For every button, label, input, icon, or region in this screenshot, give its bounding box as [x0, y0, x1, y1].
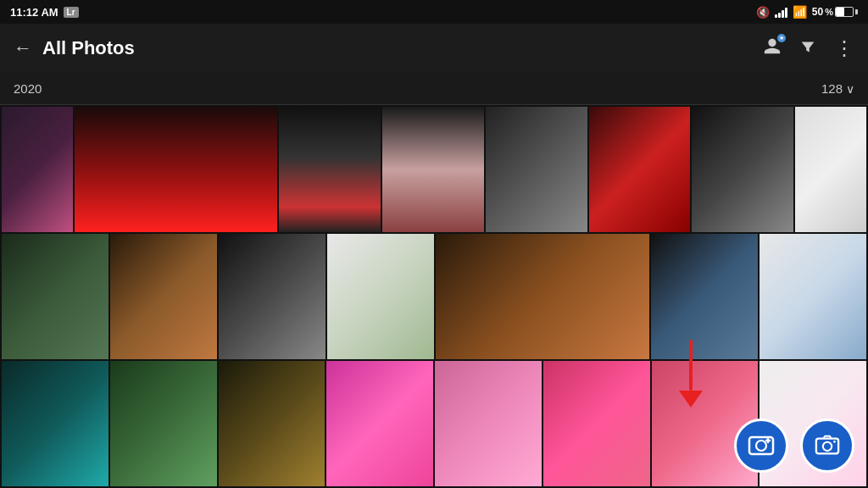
- photo-item[interactable]: [327, 234, 434, 359]
- photo-item[interactable]: [435, 361, 542, 486]
- wifi-icon: 📶: [793, 5, 807, 19]
- add-photo-icon: [748, 432, 775, 459]
- camera-icon: [815, 433, 840, 458]
- photo-item[interactable]: [326, 361, 433, 486]
- mute-icon: 🔇: [756, 6, 770, 19]
- page-title: All Photos: [42, 37, 753, 59]
- photo-item[interactable]: [760, 234, 866, 359]
- photo-item[interactable]: [795, 107, 866, 232]
- camera-button[interactable]: [800, 419, 854, 473]
- filter-button[interactable]: [798, 37, 817, 60]
- photo-item[interactable]: [2, 234, 108, 359]
- battery-percent: 50: [812, 6, 823, 18]
- svg-point-1: [756, 441, 766, 451]
- top-bar: ← All Photos ★ ⋮: [0, 24, 868, 73]
- section-header: 2020 128 ∨: [0, 73, 868, 105]
- grid-row-1: [2, 107, 866, 232]
- photo-item[interactable]: [436, 234, 649, 359]
- photo-item[interactable]: [219, 361, 326, 486]
- photo-item[interactable]: [692, 107, 793, 232]
- fab-container: [734, 419, 854, 473]
- top-actions: ★ ⋮: [763, 36, 854, 60]
- add-photo-button[interactable]: [734, 419, 788, 473]
- signal-icon: [775, 6, 787, 18]
- back-button[interactable]: ←: [14, 37, 32, 59]
- photo-item[interactable]: [651, 234, 758, 359]
- star-badge: ★: [777, 34, 786, 42]
- photo-item[interactable]: [219, 234, 326, 359]
- photo-item[interactable]: [2, 107, 73, 232]
- photo-item[interactable]: [382, 107, 484, 232]
- status-bar: 11:12 AM Lr 🔇 📶 50%: [0, 0, 868, 24]
- lr-badge: Lr: [64, 7, 79, 18]
- time-display: 11:12 AM: [10, 6, 58, 19]
- svg-point-6: [833, 441, 836, 443]
- photo-item[interactable]: [543, 361, 650, 486]
- photo-item[interactable]: [2, 361, 108, 486]
- battery-indicator: 50%: [812, 6, 858, 18]
- photo-grid: [0, 105, 868, 488]
- photo-item[interactable]: [486, 107, 587, 232]
- more-button[interactable]: ⋮: [834, 36, 854, 60]
- photo-item[interactable]: [110, 234, 217, 359]
- photo-count[interactable]: 128 ∨: [821, 81, 854, 96]
- photo-item[interactable]: [110, 361, 217, 486]
- grid-row-2: [2, 234, 866, 359]
- photo-item[interactable]: [589, 107, 691, 232]
- filter-icon: [798, 37, 817, 56]
- person-filter-button[interactable]: ★: [763, 37, 782, 60]
- year-label: 2020: [14, 81, 42, 96]
- svg-point-5: [823, 442, 832, 451]
- photo-item[interactable]: [279, 107, 381, 232]
- photo-item[interactable]: [75, 107, 278, 232]
